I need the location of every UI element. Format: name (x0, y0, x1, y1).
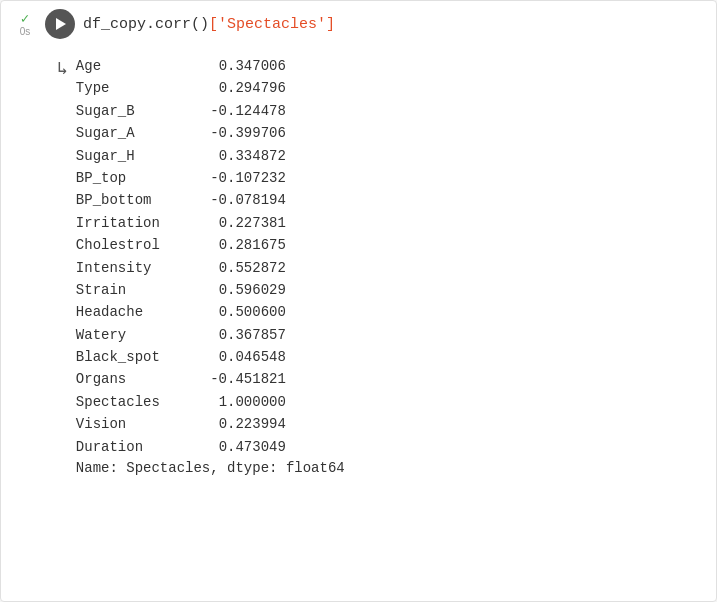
row-value: -0.399706 (196, 122, 286, 144)
row-label: Irritation (76, 212, 196, 234)
row-value: 0.347006 (196, 55, 286, 77)
row-value: -0.124478 (196, 100, 286, 122)
code-bracket: ['Spectacles'] (209, 16, 335, 33)
table-row: Duration0.473049 (76, 436, 345, 458)
run-button[interactable] (45, 9, 75, 39)
row-value: 0.334872 (196, 145, 286, 167)
table-row: Cholestrol0.281675 (76, 234, 345, 256)
table-row: Sugar_A-0.399706 (76, 122, 345, 144)
row-label: Age (76, 55, 196, 77)
row-value: 0.552872 (196, 257, 286, 279)
table-row: Age0.347006 (76, 55, 345, 77)
row-value: -0.107232 (196, 167, 286, 189)
row-label: BP_top (76, 167, 196, 189)
cell-output: ↳ Age0.347006Type0.294796Sugar_B-0.12447… (1, 47, 716, 492)
table-row: BP_bottom-0.078194 (76, 189, 345, 211)
code-prefix: df_copy.corr() (83, 16, 209, 33)
row-label: Organs (76, 368, 196, 390)
row-label: Black_spot (76, 346, 196, 368)
row-label: Strain (76, 279, 196, 301)
output-arrow-icon: ↳ (57, 57, 68, 476)
row-label: Sugar_H (76, 145, 196, 167)
row-value: 0.281675 (196, 234, 286, 256)
table-row: Sugar_H0.334872 (76, 145, 345, 167)
row-value: 0.500600 (196, 301, 286, 323)
checkmark-icon: ✓ (21, 12, 29, 26)
row-label: Sugar_A (76, 122, 196, 144)
output-content: Age0.347006Type0.294796Sugar_B-0.124478S… (76, 55, 345, 476)
table-row: Organs-0.451821 (76, 368, 345, 390)
row-label: Cholestrol (76, 234, 196, 256)
row-label: Duration (76, 436, 196, 458)
row-value: 0.473049 (196, 436, 286, 458)
execution-time: 0s (20, 26, 31, 37)
row-label: Vision (76, 413, 196, 435)
row-value: 0.223994 (196, 413, 286, 435)
table-row: Intensity0.552872 (76, 257, 345, 279)
output-section: ↳ Age0.347006Type0.294796Sugar_B-0.12447… (57, 55, 704, 476)
table-row: Sugar_B-0.124478 (76, 100, 345, 122)
cell-code: df_copy.corr()['Spectacles'] (83, 16, 704, 33)
row-label: Sugar_B (76, 100, 196, 122)
row-value: -0.078194 (196, 189, 286, 211)
row-label: BP_bottom (76, 189, 196, 211)
table-row: Strain0.596029 (76, 279, 345, 301)
row-value: 0.227381 (196, 212, 286, 234)
table-row: Spectacles1.000000 (76, 391, 345, 413)
row-value: 0.596029 (196, 279, 286, 301)
row-label: Watery (76, 324, 196, 346)
table-row: Watery0.367857 (76, 324, 345, 346)
row-label: Headache (76, 301, 196, 323)
table-row: Vision0.223994 (76, 413, 345, 435)
cell-header: ✓ 0s df_copy.corr()['Spectacles'] (1, 1, 716, 47)
row-label: Spectacles (76, 391, 196, 413)
row-value: -0.451821 (196, 368, 286, 390)
row-value: 0.294796 (196, 77, 286, 99)
row-label: Type (76, 77, 196, 99)
table-row: Type0.294796 (76, 77, 345, 99)
row-value: 1.000000 (196, 391, 286, 413)
table-row: Black_spot0.046548 (76, 346, 345, 368)
data-footer: Name: Spectacles, dtype: float64 (76, 460, 345, 476)
notebook-cell: ✓ 0s df_copy.corr()['Spectacles'] ↳ Age0… (0, 0, 717, 602)
row-value: 0.046548 (196, 346, 286, 368)
table-row: BP_top-0.107232 (76, 167, 345, 189)
data-table: Age0.347006Type0.294796Sugar_B-0.124478S… (76, 55, 345, 458)
table-row: Irritation0.227381 (76, 212, 345, 234)
row-label: Intensity (76, 257, 196, 279)
row-value: 0.367857 (196, 324, 286, 346)
table-row: Headache0.500600 (76, 301, 345, 323)
cell-status: ✓ 0s (13, 12, 37, 37)
